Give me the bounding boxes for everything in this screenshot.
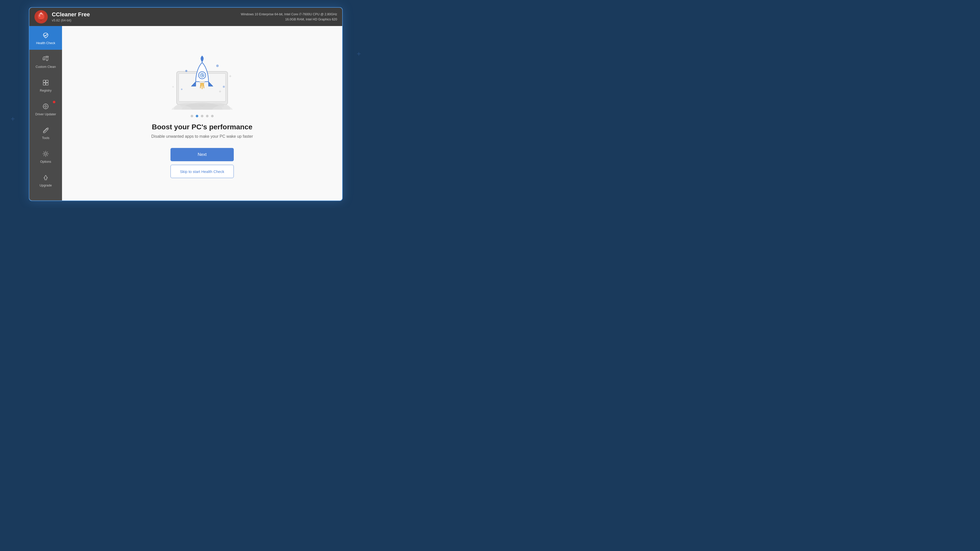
svg-point-12 [45,105,46,107]
svg-point-11 [43,104,48,109]
svg-marker-19 [44,175,48,180]
sidebar-item-options[interactable]: Options [29,144,62,168]
dot-1[interactable] [191,115,193,118]
svg-rect-8 [46,80,48,83]
svg-rect-7 [43,80,45,83]
sidebar-label-custom-clean: Custom Clean [35,65,56,69]
svg-point-17 [47,128,48,129]
sidebar-item-upgrade[interactable]: Upgrade [29,168,62,192]
rocket-illustration: + + + [148,48,256,110]
app-window: CCleaner Free v5.82 (64-bit) Windows 10 … [29,7,343,201]
custom-clean-icon [41,54,51,64]
system-info: Windows 10 Enterprise 64-bit, Intel Core… [241,12,337,22]
health-check-icon [41,30,51,40]
pagination-dots [191,115,213,118]
sidebar-item-health-check[interactable]: Health Check [29,26,62,50]
content-title: Boost your PC's performance [152,123,252,131]
svg-rect-4 [46,57,48,60]
svg-point-40 [216,65,219,67]
dot-4[interactable] [206,115,208,118]
svg-text:+: + [219,89,221,94]
dot-2[interactable] [196,115,198,118]
title-bar-text: CCleaner Free v5.82 (64-bit) [52,11,241,22]
svg-point-2 [39,15,40,17]
sidebar-item-registry[interactable]: Registry [29,73,62,97]
app-logo [35,10,48,24]
driver-updater-icon [41,102,51,111]
svg-rect-10 [46,83,48,85]
svg-point-39 [185,70,187,72]
svg-point-42 [223,86,225,88]
sidebar-item-custom-clean[interactable]: Custom Clean [29,50,62,73]
dot-3[interactable] [201,115,204,118]
sidebar-label-health-check: Health Check [36,41,55,45]
main-area: Health Check Custom Clean [29,26,342,200]
upgrade-icon [41,173,51,182]
bg-plus-right: + [357,50,361,58]
sidebar-item-tools[interactable]: Tools [29,121,62,144]
sidebar-label-registry: Registry [40,89,52,93]
sidebar: Health Check Custom Clean [29,26,62,200]
skip-button[interactable]: Skip to start Health Check [170,165,234,178]
sys-info-line1: Windows 10 Enterprise 64-bit, Intel Core… [241,13,337,16]
sys-info-line2: 16.0GB RAM, Intel HD Graphics 620 [285,17,337,21]
next-button[interactable]: Next [170,148,234,161]
registry-icon [41,78,51,87]
options-icon [41,149,51,159]
svg-text:+: + [229,74,232,79]
title-bar: CCleaner Free v5.82 (64-bit) Windows 10 … [29,8,342,26]
sidebar-label-upgrade: Upgrade [40,184,52,187]
svg-rect-9 [43,83,45,85]
illustration: + + + [148,48,256,110]
svg-point-18 [45,153,47,155]
sidebar-label-options: Options [40,160,51,164]
app-name: CCleaner Free [52,11,241,18]
svg-text:+: + [172,85,174,89]
sidebar-label-tools: Tools [42,136,49,140]
content-panel: + + + Boost your PC's performance Disabl… [62,26,342,200]
app-version: v5.82 (64-bit) [52,18,72,22]
bg-plus-left: + [11,115,15,123]
content-subtitle: Disable unwanted apps to make your PC wa… [151,134,253,139]
sidebar-item-driver-updater[interactable]: Driver Updater [29,97,62,121]
svg-point-41 [181,89,183,90]
dot-5[interactable] [211,115,213,118]
driver-updater-badge [53,101,56,103]
tools-icon [41,125,51,135]
sidebar-label-driver-updater: Driver Updater [35,113,56,116]
